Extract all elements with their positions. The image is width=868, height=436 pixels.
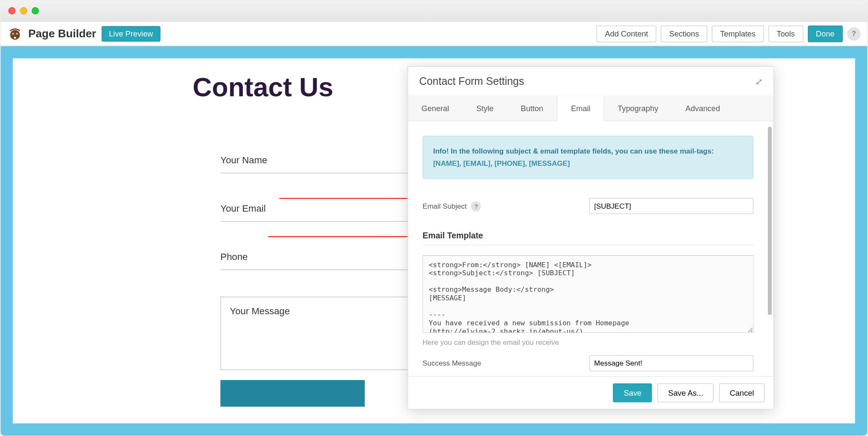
tab-style[interactable]: Style bbox=[463, 96, 507, 121]
cancel-button[interactable]: Cancel bbox=[719, 383, 765, 402]
settings-panel: Contact Form Settings ⤢ General Style Bu… bbox=[408, 66, 774, 410]
svg-point-4 bbox=[17, 34, 17, 34]
email-subject-label: Email Subject bbox=[423, 202, 467, 210]
builder-toolbar: Page Builder Live Preview Add Content Se… bbox=[0, 22, 867, 46]
help-icon[interactable]: ? bbox=[471, 201, 481, 211]
info-box: Info! In the following subject & email t… bbox=[423, 136, 754, 179]
scrollbar[interactable] bbox=[768, 127, 772, 315]
success-message-label: Success Message bbox=[423, 359, 481, 368]
svg-rect-5 bbox=[14, 36, 16, 39]
email-subject-input[interactable] bbox=[589, 198, 754, 214]
page-title: Contact Us bbox=[193, 72, 334, 102]
help-icon[interactable]: ? bbox=[847, 27, 860, 40]
email-template-heading: Email Template bbox=[423, 231, 754, 240]
success-message-input[interactable] bbox=[589, 355, 754, 371]
submit-button[interactable] bbox=[220, 380, 365, 407]
expand-icon[interactable]: ⤢ bbox=[755, 76, 762, 87]
minimize-icon[interactable] bbox=[20, 7, 27, 14]
tab-advanced[interactable]: Advanced bbox=[672, 96, 734, 121]
zoom-icon[interactable] bbox=[32, 7, 39, 14]
panel-title: Contact Form Settings bbox=[419, 75, 524, 88]
tools-button[interactable]: Tools bbox=[768, 25, 803, 42]
tab-email[interactable]: Email bbox=[557, 96, 604, 121]
add-content-button[interactable]: Add Content bbox=[597, 25, 657, 42]
save-as-button[interactable]: Save As... bbox=[658, 383, 714, 402]
email-template-help: Here you can design the email you receiv… bbox=[423, 338, 754, 347]
sections-button[interactable]: Sections bbox=[661, 25, 707, 42]
close-icon[interactable] bbox=[8, 7, 16, 14]
beaver-icon bbox=[7, 26, 23, 42]
save-button[interactable]: Save bbox=[613, 383, 652, 402]
tab-button[interactable]: Button bbox=[507, 96, 557, 121]
info-tags: [NAME], [EMAIL], [PHONE], [MESSAGE] bbox=[433, 159, 570, 168]
templates-button[interactable]: Templates bbox=[712, 25, 764, 42]
live-preview-button[interactable]: Live Preview bbox=[102, 26, 160, 42]
email-template-textarea[interactable] bbox=[423, 255, 754, 333]
tab-typography[interactable]: Typography bbox=[604, 96, 672, 121]
tab-general[interactable]: General bbox=[408, 96, 463, 121]
app-title: Page Builder bbox=[28, 27, 96, 40]
panel-tabs: General Style Button Email Typography Ad… bbox=[408, 96, 773, 121]
window-chrome bbox=[0, 0, 867, 22]
done-button[interactable]: Done bbox=[807, 25, 843, 42]
info-text: Info! In the following subject & email t… bbox=[433, 147, 714, 155]
canvas: Contact Us Your Name Your Email Phone Yo… bbox=[0, 46, 867, 436]
svg-point-3 bbox=[13, 34, 14, 34]
divider bbox=[423, 245, 754, 245]
